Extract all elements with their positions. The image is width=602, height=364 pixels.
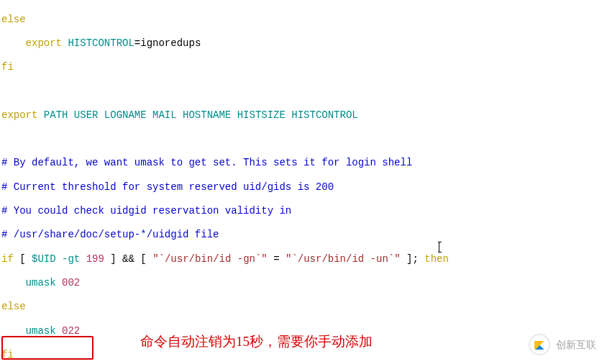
code-line xyxy=(1,86,601,98)
code-line: if [ $UID -gt 199 ] && [ "`/usr/bin/id -… xyxy=(1,253,601,265)
code-line xyxy=(1,133,601,145)
code-editor[interactable]: else export HISTCONTROL=ignoredups fi ex… xyxy=(0,0,602,364)
annotation-text: 命令自动注销为15秒，需要你手动添加 xyxy=(140,334,373,350)
code-line: # You could check uidgid reservation val… xyxy=(1,205,601,217)
code-line: export PATH USER LOGNAME MAIL HOSTNAME H… xyxy=(1,109,601,122)
code-line: fi xyxy=(1,61,601,73)
code-line: fi xyxy=(1,349,601,361)
watermark-text: 创新互联 xyxy=(556,339,596,351)
code-line: # By default, we want umask to get set. … xyxy=(1,157,601,169)
code-line: umask 002 xyxy=(1,277,601,289)
logo-icon xyxy=(529,334,550,355)
code-line: # /usr/share/doc/setup-*/uidgid file xyxy=(1,229,601,241)
code-line: export HISTCONTROL=ignoredups xyxy=(1,37,601,50)
watermark: 创新互联 xyxy=(529,334,596,355)
text-ibeam-icon xyxy=(439,242,439,252)
code-line: # Current threshold for system reserved … xyxy=(1,181,601,194)
code-line: else xyxy=(1,14,601,26)
code-line: else xyxy=(1,301,601,313)
